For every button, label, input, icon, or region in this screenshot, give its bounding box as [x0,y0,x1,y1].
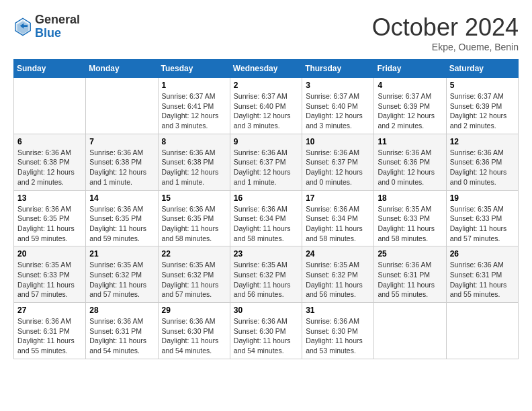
day-info: Sunrise: 6:36 AM Sunset: 6:31 PM Dayligh… [89,316,154,356]
day-number: 24 [306,249,370,259]
location: Ekpe, Oueme, Benin [372,42,519,52]
month-title: October 2024 [372,13,519,42]
calendar-cell: 16Sunrise: 6:36 AM Sunset: 6:34 PM Dayli… [230,190,302,246]
calendar-cell: 8Sunrise: 6:36 AM Sunset: 6:38 PM Daylig… [158,134,230,190]
weekday-header-tuesday: Tuesday [158,60,230,78]
day-info: Sunrise: 6:36 AM Sunset: 6:37 PM Dayligh… [234,148,298,187]
calendar-cell: 21Sunrise: 6:35 AM Sunset: 6:32 PM Dayli… [86,246,158,303]
logo-blue: Blue [35,27,80,40]
calendar-cell: 14Sunrise: 6:36 AM Sunset: 6:35 PM Dayli… [86,190,158,246]
day-number: 21 [89,249,154,259]
weekday-header-sunday: Sunday [14,60,86,78]
calendar-cell: 18Sunrise: 6:35 AM Sunset: 6:33 PM Dayli… [374,190,446,246]
day-info: Sunrise: 6:36 AM Sunset: 6:30 PM Dayligh… [234,316,298,356]
calendar-cell: 28Sunrise: 6:36 AM Sunset: 6:31 PM Dayli… [86,303,158,359]
day-number: 9 [234,137,298,146]
calendar-cell: 31Sunrise: 6:36 AM Sunset: 6:30 PM Dayli… [302,303,374,359]
weekday-header-wednesday: Wednesday [230,60,302,78]
calendar-cell: 19Sunrise: 6:35 AM Sunset: 6:33 PM Dayli… [446,190,518,246]
calendar-cell: 24Sunrise: 6:35 AM Sunset: 6:32 PM Dayli… [302,246,374,303]
calendar-cell: 23Sunrise: 6:35 AM Sunset: 6:32 PM Dayli… [230,246,302,303]
calendar-cell: 26Sunrise: 6:36 AM Sunset: 6:31 PM Dayli… [446,246,518,303]
day-number: 7 [89,137,154,146]
day-info: Sunrise: 6:37 AM Sunset: 6:40 PM Dayligh… [306,91,370,131]
day-info: Sunrise: 6:36 AM Sunset: 6:35 PM Dayligh… [17,204,82,244]
day-number: 15 [162,193,226,203]
day-info: Sunrise: 6:35 AM Sunset: 6:32 PM Dayligh… [234,260,298,300]
calendar-cell [14,78,86,134]
day-number: 14 [89,193,154,203]
day-number: 10 [306,137,370,146]
day-number: 8 [162,137,226,146]
day-number: 3 [306,81,370,90]
day-number: 30 [234,306,298,315]
day-number: 18 [378,193,442,203]
day-info: Sunrise: 6:37 AM Sunset: 6:39 PM Dayligh… [378,91,442,131]
logo-icon [13,17,32,36]
calendar-body: 1Sunrise: 6:37 AM Sunset: 6:41 PM Daylig… [14,78,519,359]
day-info: Sunrise: 6:36 AM Sunset: 6:38 PM Dayligh… [162,148,226,187]
calendar-cell: 17Sunrise: 6:36 AM Sunset: 6:34 PM Dayli… [302,190,374,246]
day-number: 6 [17,137,82,146]
calendar-week-1: 6Sunrise: 6:36 AM Sunset: 6:38 PM Daylig… [14,134,519,190]
calendar-cell: 11Sunrise: 6:36 AM Sunset: 6:36 PM Dayli… [374,134,446,190]
day-number: 29 [162,306,226,315]
day-info: Sunrise: 6:35 AM Sunset: 6:33 PM Dayligh… [17,260,82,300]
calendar-cell: 4Sunrise: 6:37 AM Sunset: 6:39 PM Daylig… [374,78,446,134]
day-number: 26 [450,249,515,259]
weekday-header-friday: Friday [374,60,446,78]
day-info: Sunrise: 6:35 AM Sunset: 6:32 PM Dayligh… [89,260,154,300]
day-number: 2 [234,81,298,90]
calendar-cell: 3Sunrise: 6:37 AM Sunset: 6:40 PM Daylig… [302,78,374,134]
weekday-header-row: SundayMondayTuesdayWednesdayThursdayFrid… [14,60,519,78]
day-info: Sunrise: 6:37 AM Sunset: 6:40 PM Dayligh… [234,91,298,131]
calendar-cell: 30Sunrise: 6:36 AM Sunset: 6:30 PM Dayli… [230,303,302,359]
day-info: Sunrise: 6:36 AM Sunset: 6:34 PM Dayligh… [234,204,298,244]
day-number: 16 [234,193,298,203]
calendar-cell: 29Sunrise: 6:36 AM Sunset: 6:30 PM Dayli… [158,303,230,359]
day-number: 31 [306,306,370,315]
calendar-cell: 12Sunrise: 6:36 AM Sunset: 6:36 PM Dayli… [446,134,518,190]
day-info: Sunrise: 6:37 AM Sunset: 6:41 PM Dayligh… [162,91,226,131]
calendar-week-4: 27Sunrise: 6:36 AM Sunset: 6:31 PM Dayli… [14,303,519,359]
day-info: Sunrise: 6:36 AM Sunset: 6:31 PM Dayligh… [450,260,515,300]
day-info: Sunrise: 6:36 AM Sunset: 6:38 PM Dayligh… [89,148,154,187]
day-number: 19 [450,193,515,203]
calendar-cell: 10Sunrise: 6:36 AM Sunset: 6:37 PM Dayli… [302,134,374,190]
calendar-week-3: 20Sunrise: 6:35 AM Sunset: 6:33 PM Dayli… [14,246,519,303]
day-number: 22 [162,249,226,259]
day-info: Sunrise: 6:36 AM Sunset: 6:31 PM Dayligh… [378,260,442,300]
weekday-header-saturday: Saturday [446,60,518,78]
page-header: General Blue October 2024 Ekpe, Oueme, B… [13,13,519,52]
day-number: 12 [450,137,515,146]
day-info: Sunrise: 6:36 AM Sunset: 6:38 PM Dayligh… [17,148,82,187]
day-number: 4 [378,81,442,90]
day-number: 28 [89,306,154,315]
day-info: Sunrise: 6:36 AM Sunset: 6:36 PM Dayligh… [450,148,515,187]
day-info: Sunrise: 6:35 AM Sunset: 6:33 PM Dayligh… [378,204,442,244]
calendar-cell: 7Sunrise: 6:36 AM Sunset: 6:38 PM Daylig… [86,134,158,190]
calendar-cell: 13Sunrise: 6:36 AM Sunset: 6:35 PM Dayli… [14,190,86,246]
day-info: Sunrise: 6:37 AM Sunset: 6:39 PM Dayligh… [450,91,515,131]
day-info: Sunrise: 6:36 AM Sunset: 6:31 PM Dayligh… [17,316,82,356]
calendar-cell: 20Sunrise: 6:35 AM Sunset: 6:33 PM Dayli… [14,246,86,303]
day-info: Sunrise: 6:36 AM Sunset: 6:34 PM Dayligh… [306,204,370,244]
day-info: Sunrise: 6:36 AM Sunset: 6:30 PM Dayligh… [162,316,226,356]
day-info: Sunrise: 6:36 AM Sunset: 6:30 PM Dayligh… [306,316,370,356]
day-number: 17 [306,193,370,203]
weekday-header-thursday: Thursday [302,60,374,78]
day-info: Sunrise: 6:36 AM Sunset: 6:35 PM Dayligh… [89,204,154,244]
calendar-cell: 1Sunrise: 6:37 AM Sunset: 6:41 PM Daylig… [158,78,230,134]
day-info: Sunrise: 6:35 AM Sunset: 6:33 PM Dayligh… [450,204,515,244]
calendar-cell: 15Sunrise: 6:36 AM Sunset: 6:35 PM Dayli… [158,190,230,246]
day-info: Sunrise: 6:35 AM Sunset: 6:32 PM Dayligh… [162,260,226,300]
weekday-header-monday: Monday [86,60,158,78]
calendar-cell: 27Sunrise: 6:36 AM Sunset: 6:31 PM Dayli… [14,303,86,359]
day-number: 25 [378,249,442,259]
logo-general: General [35,13,80,27]
day-info: Sunrise: 6:35 AM Sunset: 6:32 PM Dayligh… [306,260,370,300]
calendar-week-2: 13Sunrise: 6:36 AM Sunset: 6:35 PM Dayli… [14,190,519,246]
calendar-cell [374,303,446,359]
day-number: 11 [378,137,442,146]
calendar-cell: 6Sunrise: 6:36 AM Sunset: 6:38 PM Daylig… [14,134,86,190]
